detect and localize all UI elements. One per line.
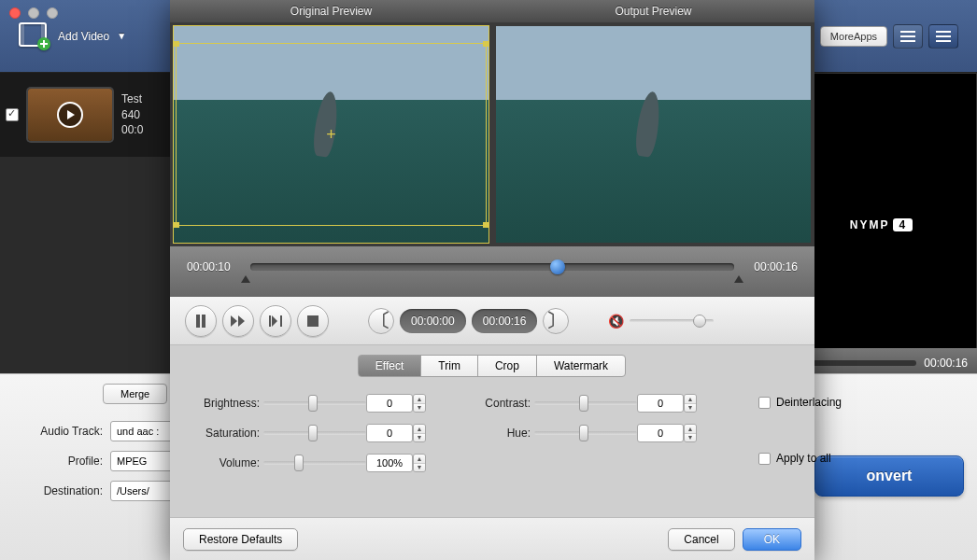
crop-handle-bl[interactable]: [174, 222, 179, 228]
svg-rect-8: [269, 315, 271, 327]
volume-knob[interactable]: [693, 315, 706, 328]
volume-icon: 🔇: [608, 314, 624, 329]
brand-number: 4: [893, 218, 913, 231]
bracket-right-icon: 〕: [545, 307, 566, 335]
view-grid-button[interactable]: [928, 24, 958, 49]
stop-icon: [307, 315, 319, 327]
preview-area: +: [170, 22, 814, 246]
apply-all-checkbox[interactable]: [758, 453, 771, 465]
add-video-button[interactable]: Add Video ▼: [19, 22, 126, 50]
video-content: [633, 90, 663, 157]
tab-effect[interactable]: Effect: [358, 355, 421, 377]
dialog-timeline: 00:00:10 00:00:16: [170, 246, 814, 297]
svg-rect-9: [280, 315, 282, 327]
saturation-input[interactable]: [366, 424, 413, 442]
close-window-icon[interactable]: [9, 7, 21, 19]
next-frame-button[interactable]: [260, 305, 291, 337]
original-preview-label: Original Preview: [170, 0, 492, 22]
crop-handle-tl[interactable]: [174, 41, 179, 47]
ok-button[interactable]: OK: [743, 528, 801, 551]
tab-trim[interactable]: Trim: [420, 355, 478, 377]
saturation-slider[interactable]: [263, 426, 366, 441]
deinterlacing-checkbox[interactable]: [758, 397, 771, 409]
dialog-footer: Restore Defaults Cancel OK: [170, 517, 814, 560]
hue-slider[interactable]: [534, 426, 637, 441]
effect-volume-slider[interactable]: [263, 455, 366, 470]
brightness-slider[interactable]: [263, 396, 366, 411]
svg-rect-6: [196, 315, 200, 328]
trim-out-marker[interactable]: [734, 275, 743, 283]
video-metadata: Test 640 00:0: [121, 91, 143, 138]
destination-label: Destination:: [19, 484, 103, 497]
next-frame-icon: [269, 315, 282, 327]
hue-stepper[interactable]: ▲▼: [684, 424, 697, 442]
apply-all-label: Apply to all: [776, 452, 831, 465]
audio-track-label: Audio Track:: [19, 425, 103, 438]
brand-text: NYMP: [850, 218, 890, 231]
dialog-header: Original Preview Output Preview: [170, 0, 814, 22]
output-preview: [492, 22, 814, 246]
mac-traffic-lights: [9, 7, 58, 19]
set-out-button[interactable]: 〕: [543, 308, 569, 334]
set-in-button[interactable]: 〔: [368, 308, 394, 334]
volume-slider[interactable]: [630, 319, 714, 323]
restore-defaults-button[interactable]: Restore Defaults: [183, 528, 298, 551]
tab-watermark[interactable]: Watermark: [536, 355, 626, 377]
film-plus-icon: [19, 22, 50, 50]
brand-logo: NYMP4: [850, 205, 913, 235]
fast-forward-button[interactable]: [222, 305, 254, 337]
svg-rect-10: [307, 315, 319, 327]
stop-button[interactable]: [297, 305, 329, 337]
timeline-track[interactable]: [250, 263, 734, 271]
deinterlacing-row: Deinterlacing: [758, 396, 842, 409]
effect-controls: Brightness: ▲▼ Contrast: ▲▼ Saturation: …: [170, 377, 730, 480]
cancel-button[interactable]: Cancel: [668, 528, 734, 551]
hue-input[interactable]: [637, 424, 684, 442]
effect-volume-stepper[interactable]: ▲▼: [413, 454, 426, 472]
minimize-window-icon[interactable]: [28, 7, 39, 19]
contrast-label: Contrast:: [469, 397, 534, 410]
video-dimensions: 640: [121, 107, 143, 123]
preview-time: 00:00:16: [924, 357, 968, 370]
edit-dialog: Original Preview Output Preview +: [170, 0, 814, 560]
merge-button[interactable]: Merge: [103, 384, 167, 404]
crop-rectangle[interactable]: +: [176, 43, 487, 226]
timeline-duration: 00:00:16: [743, 260, 798, 273]
saturation-stepper[interactable]: ▲▼: [413, 424, 426, 442]
playback-controls: 〔 00:00:00 00:00:16 〕 🔇: [170, 297, 814, 345]
menu-icon: [936, 31, 951, 42]
trim-in-marker[interactable]: [241, 275, 250, 283]
tab-crop[interactable]: Crop: [477, 355, 537, 377]
contrast-input[interactable]: [637, 394, 684, 413]
more-apps-button[interactable]: MoreApps: [820, 26, 887, 47]
video-checkbox[interactable]: [6, 108, 19, 121]
add-video-label: Add Video: [58, 30, 109, 43]
brightness-label: Brightness:: [185, 397, 263, 410]
crop-handle-br[interactable]: [483, 222, 488, 228]
contrast-stepper[interactable]: ▲▼: [684, 394, 697, 413]
volume-label: Volume:: [185, 456, 263, 469]
video-thumbnail[interactable]: [28, 89, 112, 141]
svg-rect-1: [20, 23, 24, 46]
brightness-input[interactable]: [366, 394, 413, 413]
pause-button[interactable]: [185, 305, 217, 337]
play-overlay-icon: [57, 102, 83, 128]
zoom-window-icon[interactable]: [47, 7, 58, 19]
view-list-button[interactable]: [893, 24, 923, 49]
clip-in-time: 00:00:00: [400, 309, 466, 333]
effect-volume-input[interactable]: [366, 454, 413, 472]
apply-all-row: Apply to all: [758, 452, 842, 465]
original-preview[interactable]: +: [170, 22, 492, 246]
profile-label: Profile:: [19, 455, 103, 468]
hue-label: Hue:: [469, 427, 534, 440]
brightness-stepper[interactable]: ▲▼: [413, 394, 426, 413]
output-preview-label: Output Preview: [492, 0, 814, 22]
fast-forward-icon: [231, 315, 246, 327]
effect-tabs: Effect Trim Crop Watermark: [170, 355, 814, 377]
crop-handle-tr[interactable]: [483, 41, 488, 47]
dropdown-caret-icon: ▼: [117, 31, 126, 41]
svg-rect-7: [202, 315, 205, 328]
contrast-slider[interactable]: [534, 396, 637, 411]
bracket-left-icon: 〔: [371, 307, 391, 335]
timeline-playhead[interactable]: [550, 259, 565, 274]
